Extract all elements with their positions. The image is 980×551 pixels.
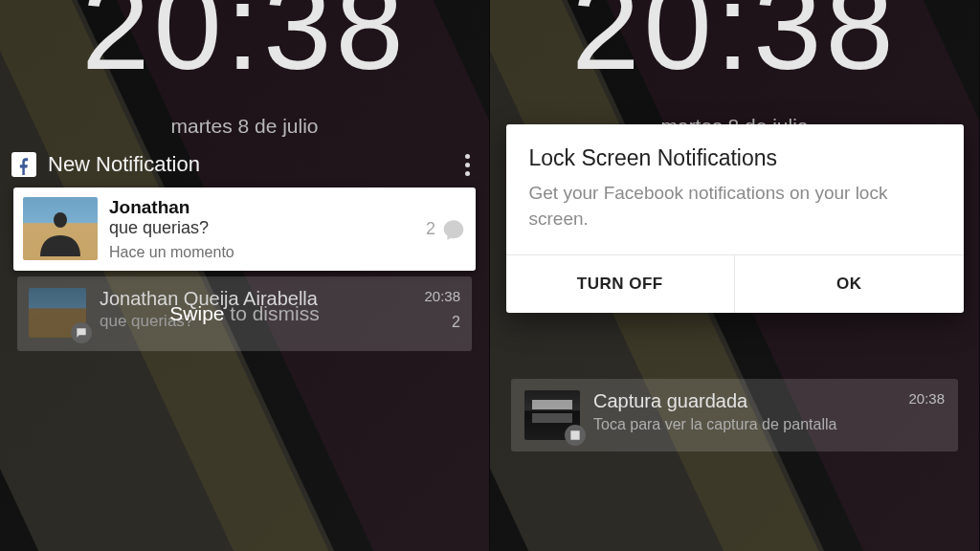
notification-message: que querias?	[109, 218, 426, 238]
background-notification[interactable]: Jonathan Queija Airabella que querias? 2…	[17, 276, 472, 351]
more-vert-icon[interactable]	[457, 150, 478, 180]
dialog-title: Lock Screen Notifications	[506, 124, 964, 181]
avatar	[23, 197, 98, 260]
active-notification[interactable]: Jonathan que querias? Hace un momento 2	[13, 187, 476, 271]
notification-message: que querias?	[100, 312, 411, 331]
dialog-actions: TURN OFF OK	[506, 254, 964, 313]
notification-body: Jonathan que querias? Hace un momento	[109, 197, 426, 261]
chat-badge-icon	[71, 322, 92, 343]
dialog-scrim: Lock Screen Notifications Get your Faceb…	[490, 0, 979, 551]
notification-header-title: New Notification	[48, 152, 457, 177]
messenger-bubble-icon	[441, 217, 466, 242]
notification-right: 20:38 2	[424, 288, 460, 331]
notification-header[interactable]: New Notification	[6, 149, 483, 180]
notification-count: 2	[426, 219, 435, 239]
turn-off-button[interactable]: TURN OFF	[506, 255, 735, 313]
ok-button[interactable]: OK	[734, 255, 964, 313]
notification-right: 2	[426, 197, 466, 261]
notification-meta: Hace un momento	[109, 244, 426, 261]
dialog-text: Get your Facebook notifications on your …	[506, 181, 964, 254]
notification-time: 20:38	[424, 288, 460, 304]
notification-count: 2	[424, 314, 460, 331]
notification-body: Jonathan Queija Airabella que querias?	[100, 288, 411, 331]
lockscreen-left: 20:38 martes 8 de julio New Notification…	[0, 0, 490, 551]
svg-point-0	[54, 212, 67, 228]
lockscreen-notifications-dialog: Lock Screen Notifications Get your Faceb…	[506, 124, 964, 313]
notification-sender: Jonathan	[109, 197, 426, 218]
facebook-icon	[11, 152, 36, 177]
clock-date: martes 8 de julio	[0, 115, 489, 138]
notification-sender: Jonathan Queija Airabella	[100, 288, 411, 310]
avatar	[29, 288, 86, 338]
clock-time: 20:38	[0, 0, 489, 88]
lockscreen-right: 20:38 martes 8 de julio Captura guardada…	[490, 0, 980, 551]
